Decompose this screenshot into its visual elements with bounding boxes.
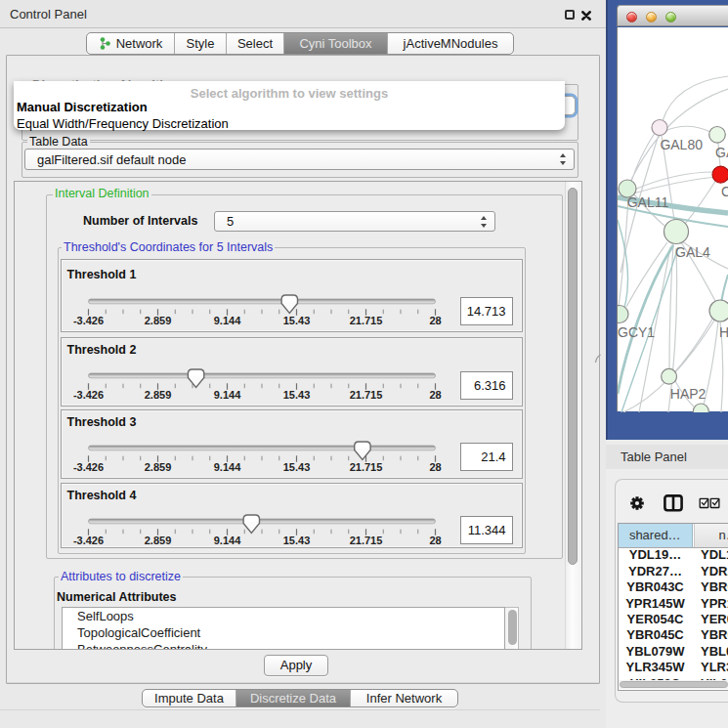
svg-text:15.43: 15.43 bbox=[282, 461, 310, 473]
svg-text:C: C bbox=[721, 184, 728, 199]
svg-text:21.715: 21.715 bbox=[349, 389, 382, 401]
svg-text:9.144: 9.144 bbox=[213, 389, 240, 401]
svg-text:GA: GA bbox=[715, 145, 728, 160]
svg-text:21.715: 21.715 bbox=[349, 535, 382, 546]
svg-text:HA: HA bbox=[719, 324, 728, 340]
svg-text:HAP2: HAP2 bbox=[670, 386, 707, 402]
svg-text:2.859: 2.859 bbox=[144, 389, 171, 401]
svg-text:9.144: 9.144 bbox=[213, 461, 240, 473]
svg-text:21.715: 21.715 bbox=[349, 461, 382, 473]
svg-text:2.859: 2.859 bbox=[144, 315, 171, 326]
svg-text:-3.426: -3.426 bbox=[72, 535, 103, 546]
svg-text:GAL80: GAL80 bbox=[660, 137, 703, 152]
svg-text:28: 28 bbox=[429, 461, 441, 473]
svg-text:15.43: 15.43 bbox=[282, 535, 310, 546]
svg-text:2.859: 2.859 bbox=[144, 461, 171, 473]
svg-text:GAL11: GAL11 bbox=[627, 194, 669, 210]
svg-text:9.144: 9.144 bbox=[213, 535, 240, 546]
svg-text:15.43: 15.43 bbox=[282, 389, 310, 401]
svg-text:-3.426: -3.426 bbox=[72, 461, 103, 473]
svg-text:-3.426: -3.426 bbox=[72, 389, 103, 401]
svg-text:GCY1: GCY1 bbox=[618, 324, 655, 340]
svg-text:GAL4: GAL4 bbox=[675, 244, 710, 260]
svg-text:28: 28 bbox=[429, 315, 441, 326]
svg-text:15.43: 15.43 bbox=[282, 315, 310, 326]
svg-text:21.715: 21.715 bbox=[349, 315, 382, 326]
svg-text:9.144: 9.144 bbox=[213, 315, 240, 326]
svg-text:-3.426: -3.426 bbox=[72, 315, 103, 326]
svg-text:28: 28 bbox=[429, 389, 441, 401]
svg-text:28: 28 bbox=[429, 535, 441, 546]
svg-text:2.859: 2.859 bbox=[144, 535, 171, 546]
